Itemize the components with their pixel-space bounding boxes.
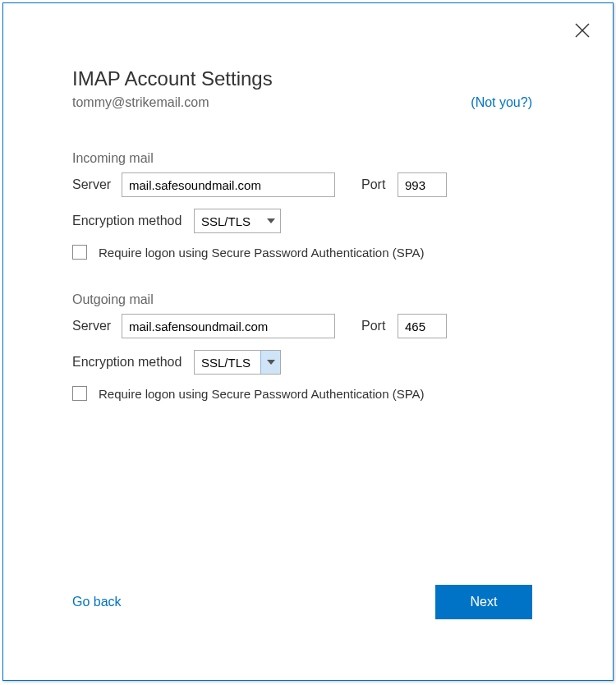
incoming-section: Incoming mail Server Port Encryption met… bbox=[72, 151, 532, 260]
incoming-encryption-label: Encryption method bbox=[72, 214, 194, 228]
incoming-encryption-value: SSL/TLS bbox=[195, 214, 260, 228]
outgoing-section: Outgoing mail Server Port Encryption met… bbox=[72, 292, 532, 401]
incoming-server-input[interactable] bbox=[122, 172, 335, 197]
svg-marker-2 bbox=[267, 218, 275, 223]
incoming-spa-row: Require logon using Secure Password Auth… bbox=[72, 245, 532, 260]
page-title: IMAP Account Settings bbox=[72, 67, 532, 90]
incoming-encryption-select[interactable]: SSL/TLS bbox=[194, 209, 281, 233]
outgoing-spa-label[interactable]: Require logon using Secure Password Auth… bbox=[99, 387, 425, 401]
incoming-port-input[interactable] bbox=[398, 172, 447, 197]
svg-marker-3 bbox=[267, 360, 275, 365]
dialog-footer: Go back Next bbox=[72, 585, 532, 619]
not-you-link[interactable]: (Not you?) bbox=[471, 95, 532, 110]
email-row: tommy@strikemail.com (Not you?) bbox=[72, 95, 532, 110]
dialog-content: IMAP Account Settings tommy@strikemail.c… bbox=[72, 67, 532, 401]
outgoing-encryption-label: Encryption method bbox=[72, 355, 194, 370]
outgoing-server-row: Server Port bbox=[72, 314, 532, 338]
outgoing-server-input[interactable] bbox=[122, 314, 335, 338]
incoming-encryption-row: Encryption method SSL/TLS bbox=[72, 209, 532, 233]
account-email: tommy@strikemail.com bbox=[72, 95, 209, 110]
outgoing-spa-checkbox[interactable] bbox=[72, 386, 87, 401]
chevron-down-icon bbox=[260, 209, 280, 232]
incoming-spa-checkbox[interactable] bbox=[72, 245, 87, 260]
incoming-server-row: Server Port bbox=[72, 172, 532, 197]
incoming-section-title: Incoming mail bbox=[72, 151, 532, 166]
incoming-spa-label[interactable]: Require logon using Secure Password Auth… bbox=[99, 246, 425, 260]
outgoing-encryption-select[interactable]: SSL/TLS bbox=[194, 350, 281, 375]
imap-settings-dialog: IMAP Account Settings tommy@strikemail.c… bbox=[2, 2, 614, 681]
outgoing-port-label: Port bbox=[361, 319, 398, 333]
outgoing-encryption-row: Encryption method SSL/TLS bbox=[72, 350, 532, 375]
outgoing-server-label: Server bbox=[72, 319, 122, 333]
outgoing-port-input[interactable] bbox=[398, 314, 447, 338]
incoming-port-label: Port bbox=[361, 177, 398, 192]
close-icon bbox=[575, 23, 590, 38]
incoming-server-label: Server bbox=[72, 177, 122, 192]
chevron-down-icon bbox=[260, 351, 280, 374]
outgoing-spa-row: Require logon using Secure Password Auth… bbox=[72, 386, 532, 401]
go-back-link[interactable]: Go back bbox=[72, 595, 122, 609]
outgoing-section-title: Outgoing mail bbox=[72, 292, 532, 307]
close-button[interactable] bbox=[570, 18, 595, 43]
outgoing-encryption-value: SSL/TLS bbox=[195, 356, 260, 370]
next-button[interactable]: Next bbox=[435, 585, 532, 619]
